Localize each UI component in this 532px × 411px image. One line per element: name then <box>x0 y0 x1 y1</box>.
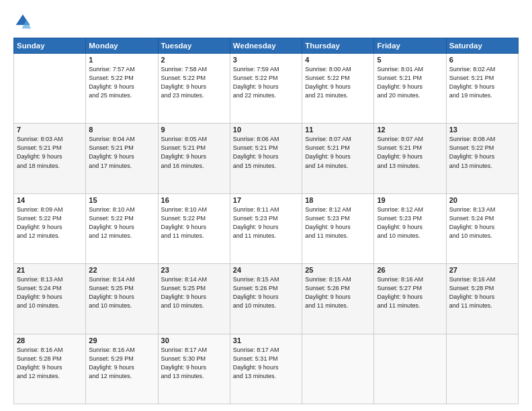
cell-info: Sunrise: 8:02 AM Sunset: 5:21 PM Dayligh… <box>449 65 515 100</box>
calendar-cell: 4Sunrise: 8:00 AM Sunset: 5:22 PM Daylig… <box>302 54 374 124</box>
day-number: 28 <box>17 336 83 345</box>
day-number: 18 <box>305 196 371 204</box>
cell-info: Sunrise: 8:10 AM Sunset: 5:22 PM Dayligh… <box>89 205 154 240</box>
day-number: 2 <box>161 56 227 64</box>
day-number: 30 <box>161 336 227 345</box>
calendar-cell: 20Sunrise: 8:13 AM Sunset: 5:24 PM Dayli… <box>446 193 518 263</box>
cell-info: Sunrise: 8:15 AM Sunset: 5:26 PM Dayligh… <box>233 275 299 310</box>
calendar-cell: 28Sunrise: 8:16 AM Sunset: 5:28 PM Dayli… <box>14 334 86 404</box>
cell-info: Sunrise: 8:16 AM Sunset: 5:27 PM Dayligh… <box>377 275 443 310</box>
cell-info: Sunrise: 8:09 AM Sunset: 5:22 PM Dayligh… <box>17 205 83 240</box>
calendar-cell <box>374 334 446 404</box>
cell-info: Sunrise: 8:12 AM Sunset: 5:23 PM Dayligh… <box>305 205 371 240</box>
day-number: 24 <box>233 266 299 274</box>
day-number: 26 <box>377 266 443 274</box>
day-number: 16 <box>161 196 227 204</box>
cell-info: Sunrise: 8:10 AM Sunset: 5:22 PM Dayligh… <box>161 205 227 240</box>
calendar-cell: 3Sunrise: 7:59 AM Sunset: 5:22 PM Daylig… <box>230 54 302 124</box>
logo <box>13 12 35 31</box>
cell-info: Sunrise: 8:01 AM Sunset: 5:21 PM Dayligh… <box>377 65 443 100</box>
day-number: 15 <box>89 196 154 204</box>
calendar-header-row: SundayMondayTuesdayWednesdayThursdayFrid… <box>14 38 519 54</box>
cell-info: Sunrise: 8:12 AM Sunset: 5:23 PM Dayligh… <box>377 205 443 240</box>
day-number: 27 <box>449 266 515 274</box>
calendar-week-row: 28Sunrise: 8:16 AM Sunset: 5:28 PM Dayli… <box>14 334 519 404</box>
cell-info: Sunrise: 8:16 AM Sunset: 5:28 PM Dayligh… <box>17 346 83 381</box>
day-number: 5 <box>377 56 443 64</box>
cell-info: Sunrise: 8:06 AM Sunset: 5:21 PM Dayligh… <box>233 135 299 170</box>
calendar-cell: 13Sunrise: 8:08 AM Sunset: 5:22 PM Dayli… <box>446 124 518 193</box>
calendar-day-header: Wednesday <box>230 38 302 54</box>
calendar-week-row: 7Sunrise: 8:03 AM Sunset: 5:21 PM Daylig… <box>14 124 519 193</box>
calendar-day-header: Monday <box>86 38 158 54</box>
day-number: 11 <box>305 126 371 134</box>
calendar-cell: 19Sunrise: 8:12 AM Sunset: 5:23 PM Dayli… <box>374 193 446 263</box>
calendar-cell: 10Sunrise: 8:06 AM Sunset: 5:21 PM Dayli… <box>230 124 302 193</box>
calendar-cell: 26Sunrise: 8:16 AM Sunset: 5:27 PM Dayli… <box>374 264 446 334</box>
calendar-cell: 23Sunrise: 8:14 AM Sunset: 5:25 PM Dayli… <box>158 264 230 334</box>
header <box>13 12 519 31</box>
calendar-cell: 25Sunrise: 8:15 AM Sunset: 5:26 PM Dayli… <box>302 264 374 334</box>
calendar-week-row: 21Sunrise: 8:13 AM Sunset: 5:24 PM Dayli… <box>14 264 519 334</box>
cell-info: Sunrise: 7:57 AM Sunset: 5:22 PM Dayligh… <box>89 65 154 100</box>
day-number: 22 <box>89 266 154 274</box>
cell-info: Sunrise: 7:58 AM Sunset: 5:22 PM Dayligh… <box>161 65 227 100</box>
calendar-cell: 29Sunrise: 8:16 AM Sunset: 5:29 PM Dayli… <box>86 334 158 404</box>
calendar-day-header: Friday <box>374 38 446 54</box>
cell-info: Sunrise: 8:17 AM Sunset: 5:30 PM Dayligh… <box>161 346 227 381</box>
calendar-cell: 14Sunrise: 8:09 AM Sunset: 5:22 PM Dayli… <box>14 193 86 263</box>
calendar-cell: 6Sunrise: 8:02 AM Sunset: 5:21 PM Daylig… <box>446 54 518 124</box>
cell-info: Sunrise: 8:14 AM Sunset: 5:25 PM Dayligh… <box>161 275 227 310</box>
cell-info: Sunrise: 8:16 AM Sunset: 5:28 PM Dayligh… <box>449 275 515 310</box>
day-number: 20 <box>449 196 515 204</box>
cell-info: Sunrise: 8:00 AM Sunset: 5:22 PM Dayligh… <box>305 65 371 100</box>
cell-info: Sunrise: 8:03 AM Sunset: 5:21 PM Dayligh… <box>17 135 83 170</box>
day-number: 29 <box>89 336 154 345</box>
day-number: 4 <box>305 56 371 64</box>
day-number: 14 <box>17 196 83 204</box>
calendar-cell: 24Sunrise: 8:15 AM Sunset: 5:26 PM Dayli… <box>230 264 302 334</box>
cell-info: Sunrise: 8:16 AM Sunset: 5:29 PM Dayligh… <box>89 346 154 381</box>
day-number: 13 <box>449 126 515 134</box>
calendar-cell: 16Sunrise: 8:10 AM Sunset: 5:22 PM Dayli… <box>158 193 230 263</box>
cell-info: Sunrise: 8:07 AM Sunset: 5:21 PM Dayligh… <box>377 135 443 170</box>
cell-info: Sunrise: 8:08 AM Sunset: 5:22 PM Dayligh… <box>449 135 515 170</box>
calendar-cell: 7Sunrise: 8:03 AM Sunset: 5:21 PM Daylig… <box>14 124 86 193</box>
calendar-cell: 18Sunrise: 8:12 AM Sunset: 5:23 PM Dayli… <box>302 193 374 263</box>
cell-info: Sunrise: 8:07 AM Sunset: 5:21 PM Dayligh… <box>305 135 371 170</box>
cell-info: Sunrise: 8:11 AM Sunset: 5:23 PM Dayligh… <box>233 205 299 240</box>
day-number: 25 <box>305 266 371 274</box>
day-number: 31 <box>233 336 299 345</box>
day-number: 3 <box>233 56 299 64</box>
calendar-cell <box>14 54 86 124</box>
cell-info: Sunrise: 8:05 AM Sunset: 5:21 PM Dayligh… <box>161 135 227 170</box>
calendar-cell <box>446 334 518 404</box>
calendar-week-row: 14Sunrise: 8:09 AM Sunset: 5:22 PM Dayli… <box>14 193 519 263</box>
calendar-day-header: Tuesday <box>158 38 230 54</box>
calendar-cell: 21Sunrise: 8:13 AM Sunset: 5:24 PM Dayli… <box>14 264 86 334</box>
day-number: 8 <box>89 126 154 134</box>
cell-info: Sunrise: 7:59 AM Sunset: 5:22 PM Dayligh… <box>233 65 299 100</box>
cell-info: Sunrise: 8:15 AM Sunset: 5:26 PM Dayligh… <box>305 275 371 310</box>
calendar-cell: 8Sunrise: 8:04 AM Sunset: 5:21 PM Daylig… <box>86 124 158 193</box>
calendar-cell: 31Sunrise: 8:17 AM Sunset: 5:31 PM Dayli… <box>230 334 302 404</box>
cell-info: Sunrise: 8:17 AM Sunset: 5:31 PM Dayligh… <box>233 346 299 381</box>
day-number: 19 <box>377 196 443 204</box>
calendar-cell: 9Sunrise: 8:05 AM Sunset: 5:21 PM Daylig… <box>158 124 230 193</box>
cell-info: Sunrise: 8:13 AM Sunset: 5:24 PM Dayligh… <box>449 205 515 240</box>
calendar-cell: 27Sunrise: 8:16 AM Sunset: 5:28 PM Dayli… <box>446 264 518 334</box>
calendar-cell: 30Sunrise: 8:17 AM Sunset: 5:30 PM Dayli… <box>158 334 230 404</box>
day-number: 23 <box>161 266 227 274</box>
calendar-week-row: 1Sunrise: 7:57 AM Sunset: 5:22 PM Daylig… <box>14 54 519 124</box>
calendar-cell: 22Sunrise: 8:14 AM Sunset: 5:25 PM Dayli… <box>86 264 158 334</box>
cell-info: Sunrise: 8:14 AM Sunset: 5:25 PM Dayligh… <box>89 275 154 310</box>
calendar-cell: 2Sunrise: 7:58 AM Sunset: 5:22 PM Daylig… <box>158 54 230 124</box>
calendar-cell: 15Sunrise: 8:10 AM Sunset: 5:22 PM Dayli… <box>86 193 158 263</box>
day-number: 21 <box>17 266 83 274</box>
calendar-day-header: Sunday <box>14 38 86 54</box>
calendar-day-header: Thursday <box>302 38 374 54</box>
calendar-cell: 17Sunrise: 8:11 AM Sunset: 5:23 PM Dayli… <box>230 193 302 263</box>
logo-icon <box>13 12 32 31</box>
cell-info: Sunrise: 8:13 AM Sunset: 5:24 PM Dayligh… <box>17 275 83 310</box>
day-number: 7 <box>17 126 83 134</box>
